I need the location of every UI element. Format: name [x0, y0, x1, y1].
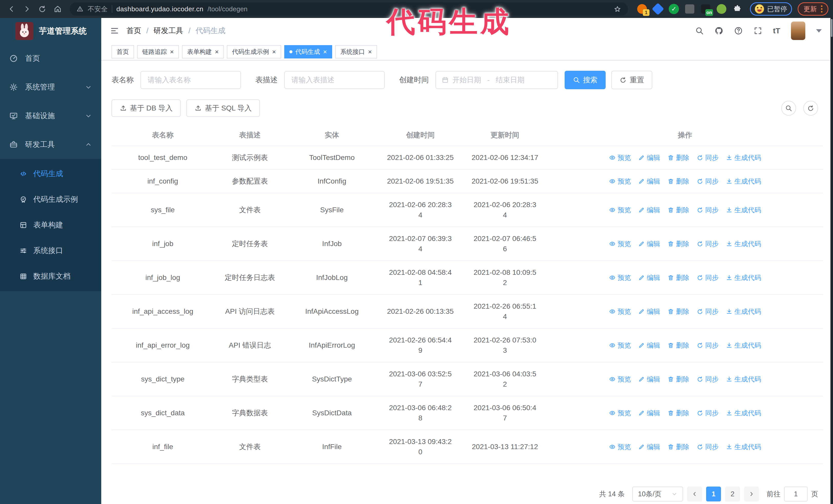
- browser-update-button[interactable]: 更新: [798, 2, 828, 16]
- scrollbar-thumb[interactable]: [831, 19, 832, 37]
- hamburger-icon[interactable]: [109, 25, 120, 37]
- action-eye[interactable]: 预览: [609, 239, 631, 249]
- action-eye[interactable]: 预览: [609, 306, 631, 317]
- fullscreen-icon[interactable]: [754, 26, 762, 35]
- page-button-1[interactable]: 1: [706, 486, 721, 501]
- action-sync[interactable]: 同步: [697, 239, 719, 249]
- tab-codegen[interactable]: 代码生成×: [284, 45, 332, 58]
- action-download[interactable]: 生成代码: [726, 408, 761, 418]
- action-trash[interactable]: 删除: [667, 205, 689, 215]
- sidebar-subitem-codegen[interactable]: 代码生成: [0, 161, 101, 187]
- close-icon[interactable]: ×: [323, 48, 327, 55]
- action-sync[interactable]: 同步: [697, 374, 719, 384]
- prev-page-button[interactable]: [687, 486, 702, 501]
- sidebar-item-dev-tools[interactable]: 研发工具: [0, 130, 101, 159]
- action-trash[interactable]: 删除: [667, 306, 689, 317]
- sidebar-item-infra[interactable]: 基础设施: [0, 101, 101, 130]
- action-download[interactable]: 生成代码: [726, 442, 761, 452]
- sidebar-logo-row[interactable]: 芋道管理系统: [0, 18, 101, 44]
- action-sync[interactable]: 同步: [697, 272, 719, 283]
- extension-icon-1[interactable]: 1: [637, 4, 647, 14]
- browser-home-button[interactable]: [51, 2, 65, 16]
- action-edit[interactable]: 编辑: [638, 239, 660, 249]
- action-download[interactable]: 生成代码: [726, 374, 761, 384]
- date-range-picker[interactable]: 开始日期 - 结束日期: [435, 71, 558, 89]
- action-edit[interactable]: 编辑: [638, 272, 660, 283]
- action-eye[interactable]: 预览: [609, 176, 631, 186]
- action-sync[interactable]: 同步: [697, 306, 719, 317]
- action-trash[interactable]: 删除: [667, 340, 689, 351]
- sidebar-subitem-system-api[interactable]: 系统接口: [0, 238, 101, 264]
- sidebar-item-home[interactable]: 首页: [0, 44, 101, 73]
- action-edit[interactable]: 编辑: [638, 306, 660, 317]
- action-sync[interactable]: 同步: [697, 408, 719, 418]
- avatar-caret-down-icon[interactable]: [816, 29, 822, 32]
- extension-icon-2[interactable]: [652, 4, 663, 14]
- action-download[interactable]: 生成代码: [726, 306, 761, 317]
- reset-button[interactable]: 重置: [611, 71, 652, 89]
- action-edit[interactable]: 编辑: [638, 442, 660, 452]
- sidebar-subitem-db-doc[interactable]: 数据库文档: [0, 264, 101, 289]
- action-eye[interactable]: 预览: [609, 408, 631, 418]
- action-download[interactable]: 生成代码: [726, 205, 761, 215]
- user-avatar[interactable]: [791, 22, 805, 40]
- action-edit[interactable]: 编辑: [638, 340, 660, 351]
- kebab-menu-icon[interactable]: [821, 5, 823, 13]
- action-trash[interactable]: 删除: [667, 272, 689, 283]
- browser-reload-button[interactable]: [35, 2, 49, 16]
- action-trash[interactable]: 删除: [667, 152, 689, 163]
- font-size-icon[interactable]: tT: [773, 26, 780, 35]
- next-page-button[interactable]: [744, 486, 759, 501]
- action-eye[interactable]: 预览: [609, 272, 631, 283]
- browser-back-button[interactable]: [5, 2, 19, 16]
- table-name-input[interactable]: [140, 71, 241, 89]
- action-download[interactable]: 生成代码: [726, 340, 761, 351]
- goto-page-input[interactable]: [784, 486, 808, 501]
- page-size-select[interactable]: 10条/页: [632, 486, 683, 501]
- bookmark-star-icon[interactable]: [614, 5, 621, 13]
- action-sync[interactable]: 同步: [697, 442, 719, 452]
- action-edit[interactable]: 编辑: [638, 408, 660, 418]
- search-button[interactable]: 搜索: [565, 71, 606, 89]
- extension-icon-5[interactable]: on: [700, 4, 711, 14]
- table-desc-input[interactable]: [284, 71, 385, 89]
- github-icon[interactable]: [715, 26, 723, 35]
- extension-icon-4[interactable]: [684, 4, 695, 14]
- action-download[interactable]: 生成代码: [726, 176, 761, 186]
- action-download[interactable]: 生成代码: [726, 152, 761, 163]
- action-edit[interactable]: 编辑: [638, 205, 660, 215]
- breadcrumb-home[interactable]: 首页: [126, 26, 141, 36]
- action-trash[interactable]: 删除: [667, 176, 689, 186]
- import-sql-button[interactable]: 基于 SQL 导入: [186, 99, 260, 117]
- tab-system-api[interactable]: 系统接口×: [335, 45, 377, 58]
- action-trash[interactable]: 删除: [667, 442, 689, 452]
- action-sync[interactable]: 同步: [697, 205, 719, 215]
- extension-icon-6[interactable]: [716, 4, 727, 14]
- toggle-search-button[interactable]: [781, 101, 796, 116]
- extension-icon-3[interactable]: ✓: [668, 4, 679, 14]
- action-eye[interactable]: 预览: [609, 374, 631, 384]
- action-edit[interactable]: 编辑: [638, 176, 660, 186]
- action-sync[interactable]: 同步: [697, 340, 719, 351]
- tab-trace[interactable]: 链路追踪×: [137, 45, 179, 58]
- address-bar[interactable]: 不安全 dashboard.yudao.iocoder.cn /tool/cod…: [70, 2, 628, 16]
- extensions-puzzle-icon[interactable]: [732, 4, 743, 14]
- sidebar-item-system[interactable]: 系统管理: [0, 73, 101, 101]
- action-download[interactable]: 生成代码: [726, 239, 761, 249]
- window-scrollbar[interactable]: [830, 18, 833, 504]
- close-icon[interactable]: ×: [215, 48, 219, 55]
- action-eye[interactable]: 预览: [609, 205, 631, 215]
- sidebar-subitem-codegen-demo[interactable]: 代码生成示例: [0, 187, 101, 212]
- close-icon[interactable]: ×: [368, 48, 372, 55]
- header-search-icon[interactable]: [695, 26, 704, 35]
- action-eye[interactable]: 预览: [609, 152, 631, 163]
- page-button-2[interactable]: 2: [725, 486, 740, 501]
- browser-forward-button[interactable]: [20, 2, 34, 16]
- action-trash[interactable]: 删除: [667, 239, 689, 249]
- action-sync[interactable]: 同步: [697, 176, 719, 186]
- tab-codegen-demo[interactable]: 代码生成示例×: [227, 45, 281, 58]
- tab-paused-pill[interactable]: 已暂停: [750, 2, 792, 16]
- action-eye[interactable]: 预览: [609, 340, 631, 351]
- breadcrumb-devtools[interactable]: 研发工具: [153, 26, 183, 36]
- help-icon[interactable]: [734, 26, 743, 35]
